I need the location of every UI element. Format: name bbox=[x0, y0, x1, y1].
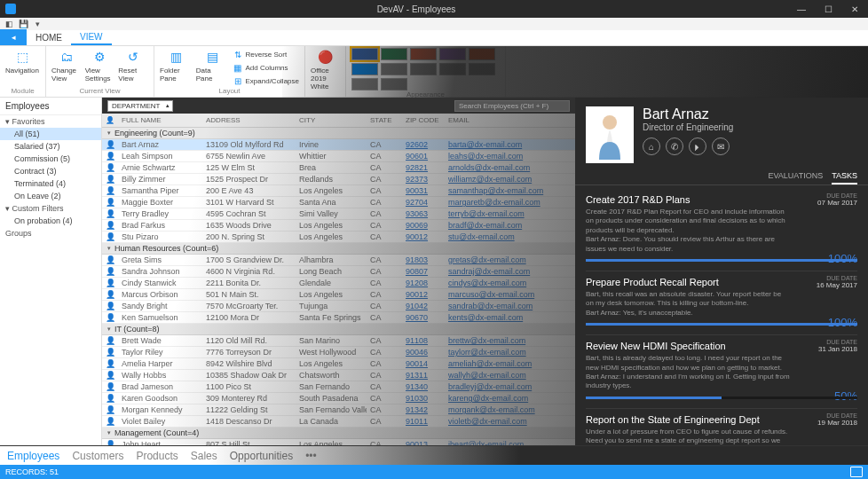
col-city[interactable]: CITY bbox=[296, 116, 367, 124]
cell-zip[interactable]: 90601 bbox=[402, 152, 445, 161]
cell-zip[interactable]: 90670 bbox=[402, 313, 445, 322]
nav-more[interactable]: ••• bbox=[305, 450, 317, 462]
table-row[interactable]: 👤Amelia Harper8942 Wilshire BlvdLos Ange… bbox=[102, 358, 575, 370]
cell-zip[interactable]: 90012 bbox=[402, 290, 445, 299]
folder-item[interactable]: Commission (5) bbox=[0, 153, 101, 165]
table-row[interactable]: 👤Violet Bailey1418 Descanso DrLa CanadaC… bbox=[102, 416, 575, 428]
col-zip[interactable]: ZIP CODE bbox=[402, 116, 445, 124]
theme-swatch[interactable] bbox=[410, 48, 437, 60]
cell-email[interactable]: margaretb@dx-email.com bbox=[445, 198, 575, 207]
cell-zip[interactable]: 91803 bbox=[402, 255, 445, 264]
table-row[interactable]: 👤Samantha Piper200 E Ave 43Los AngelesCA… bbox=[102, 185, 575, 197]
cell-zip[interactable]: 90012 bbox=[402, 232, 445, 241]
table-row[interactable]: 👤Bart Arnaz13109 Old Mylford RdIrvineCA9… bbox=[102, 139, 575, 151]
data-pane-button[interactable]: ▤Data Pane bbox=[196, 48, 229, 82]
theme-swatch[interactable] bbox=[469, 48, 495, 60]
cell-zip[interactable]: 91342 bbox=[402, 405, 445, 414]
theme-swatch[interactable] bbox=[381, 48, 407, 60]
groups-header[interactable]: Groups bbox=[0, 227, 101, 240]
table-row[interactable]: 👤Leah Simpson6755 Newlin AveWhittierCA90… bbox=[102, 151, 575, 162]
table-row[interactable]: 👤Taylor Riley7776 Torreyson DrWest Holly… bbox=[102, 347, 575, 358]
cell-email[interactable]: arnolds@dx-email.com bbox=[445, 163, 575, 172]
view-tab[interactable]: VIEW bbox=[71, 29, 112, 45]
folder-item[interactable]: On probation (4) bbox=[0, 215, 101, 227]
col-address[interactable]: ADDRESS bbox=[202, 116, 296, 124]
table-row[interactable]: 👤Terry Bradley4595 Cochran StSimi Valley… bbox=[102, 208, 575, 220]
tasks-tab[interactable]: TASKS bbox=[832, 169, 857, 185]
cell-zip[interactable]: 90069 bbox=[402, 221, 445, 230]
col-email[interactable]: EMAIL bbox=[445, 116, 575, 124]
table-row[interactable]: 👤Sandra Johnson4600 N Virginia Rd.Long B… bbox=[102, 266, 575, 278]
phone-icon[interactable]: ✆ bbox=[666, 137, 683, 155]
table-row[interactable]: 👤Brad Farkus1635 Woods DriveLos AngelesC… bbox=[102, 220, 575, 232]
cell-email[interactable]: violetb@dx-email.com bbox=[445, 417, 575, 426]
cell-email[interactable]: kareng@dx-email.com bbox=[445, 394, 575, 403]
cell-email[interactable]: jheart@dx-email.com bbox=[445, 440, 575, 445]
table-row[interactable]: 👤Wally Hobbs10385 Shadow Oak DrChatswort… bbox=[102, 370, 575, 381]
cell-zip[interactable]: 90013 bbox=[402, 440, 445, 445]
table-row[interactable]: 👤Cindy Stanwick2211 Bonita Dr.GlendaleCA… bbox=[102, 278, 575, 289]
table-row[interactable]: 👤Karen Goodson309 Monterey RdSouth Pasad… bbox=[102, 393, 575, 404]
cell-email[interactable]: sandraj@dx-email.com bbox=[445, 267, 575, 276]
maximize-button[interactable]: ☐ bbox=[815, 0, 841, 18]
folder-item[interactable]: Salaried (37) bbox=[0, 140, 101, 153]
cell-email[interactable]: wallyh@dx-email.com bbox=[445, 371, 575, 380]
theme-swatch[interactable] bbox=[469, 63, 495, 75]
folder-item[interactable]: Terminated (4) bbox=[0, 177, 101, 190]
file-tab[interactable]: ◂ bbox=[0, 29, 27, 45]
cell-email[interactable]: bradleyj@dx-email.com bbox=[445, 382, 575, 391]
cell-email[interactable]: morgank@dx-email.com bbox=[445, 405, 575, 414]
task-item[interactable]: Report on the State of Engineering DeptD… bbox=[586, 409, 857, 445]
department-dropdown[interactable]: DEPARTMENT bbox=[107, 100, 173, 112]
cell-zip[interactable]: 91011 bbox=[402, 417, 445, 426]
cell-zip[interactable]: 91042 bbox=[402, 302, 445, 310]
cell-zip[interactable]: 92821 bbox=[402, 163, 445, 172]
cell-email[interactable]: stu@dx-email.com bbox=[445, 232, 575, 241]
table-row[interactable]: 👤John Heart807 S Hill St.Los AngelesCA90… bbox=[102, 439, 575, 445]
col-name[interactable]: FULL NAME bbox=[118, 116, 202, 124]
reset-view-button[interactable]: ↺Reset View bbox=[118, 48, 148, 82]
theme-swatch[interactable] bbox=[381, 63, 407, 75]
cell-zip[interactable]: 90807 bbox=[402, 267, 445, 276]
navigation-button[interactable]: ⬚ Navigation bbox=[5, 48, 39, 75]
status-view-icon[interactable] bbox=[850, 467, 863, 477]
group-row[interactable]: IT (Count=8) bbox=[102, 324, 575, 335]
nav-opportunities[interactable]: Opportunities bbox=[230, 450, 293, 462]
cell-email[interactable]: leahs@dx-email.com bbox=[445, 152, 575, 161]
nav-sales[interactable]: Sales bbox=[191, 450, 217, 462]
theme-swatch[interactable] bbox=[439, 48, 466, 60]
cell-email[interactable]: marcuso@dx-email.com bbox=[445, 290, 575, 299]
group-row[interactable]: Engineering (Count=9) bbox=[102, 128, 575, 139]
search-input[interactable]: Search Employees (Ctrl + F) bbox=[454, 100, 570, 112]
cell-zip[interactable]: 91311 bbox=[402, 371, 445, 380]
folder-item[interactable]: Contract (3) bbox=[0, 165, 101, 177]
cell-zip[interactable]: 90046 bbox=[402, 348, 445, 357]
cell-zip[interactable]: 90014 bbox=[402, 359, 445, 368]
minimize-button[interactable]: — bbox=[788, 0, 815, 18]
group-row[interactable]: Human Resources (Count=6) bbox=[102, 243, 575, 255]
task-item[interactable]: Prepare Product Recall ReportDUE DATE16 … bbox=[586, 271, 857, 335]
change-view-button[interactable]: 🗂Change View bbox=[51, 48, 82, 82]
nav-employees[interactable]: Employees bbox=[7, 450, 59, 462]
table-row[interactable]: 👤Brad Jameson1100 Pico StSan FernandoCA9… bbox=[102, 381, 575, 393]
cell-zip[interactable]: 91030 bbox=[402, 394, 445, 403]
cell-zip[interactable]: 92373 bbox=[402, 175, 445, 184]
cell-email[interactable]: barta@dx-email.com bbox=[445, 140, 575, 149]
cell-zip[interactable]: 91108 bbox=[402, 336, 445, 345]
cell-zip[interactable]: 93063 bbox=[402, 209, 445, 218]
nav-products[interactable]: Products bbox=[136, 450, 178, 462]
cell-email[interactable]: williamz@dx-email.com bbox=[445, 175, 575, 184]
folder-item[interactable]: On Leave (2) bbox=[0, 190, 101, 202]
cell-zip[interactable]: 91208 bbox=[402, 279, 445, 287]
table-row[interactable]: 👤Marcus Orbison501 N Main St.Los Angeles… bbox=[102, 289, 575, 301]
mail-icon[interactable]: ✉ bbox=[712, 137, 730, 155]
table-row[interactable]: 👤Sandy Bright7570 McGroarty Ter.TujungaC… bbox=[102, 301, 575, 312]
folder-item[interactable]: All (51) bbox=[0, 128, 101, 140]
home-tab[interactable]: HOME bbox=[27, 29, 71, 45]
theme-swatch[interactable] bbox=[351, 48, 378, 60]
table-row[interactable]: 👤Brett Wade1120 Old Mill Rd.San MarinoCA… bbox=[102, 335, 575, 347]
favorites-header[interactable]: ▾ Favorites bbox=[0, 115, 101, 128]
video-icon[interactable]: ⏵ bbox=[689, 137, 706, 155]
table-row[interactable]: 👤Stu Pizaro200 N. Spring StLos AngelesCA… bbox=[102, 232, 575, 243]
cell-email[interactable]: ameliah@dx-email.com bbox=[445, 359, 575, 368]
